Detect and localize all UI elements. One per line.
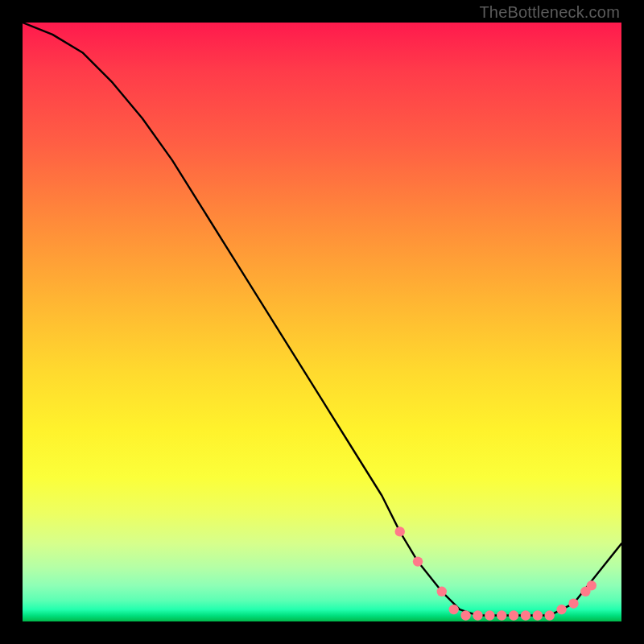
plot-area — [23, 23, 621, 621]
heatmap-background — [23, 23, 621, 621]
chart-frame: TheBottleneck.com — [0, 0, 644, 644]
attribution-label: TheBottleneck.com — [479, 3, 620, 22]
